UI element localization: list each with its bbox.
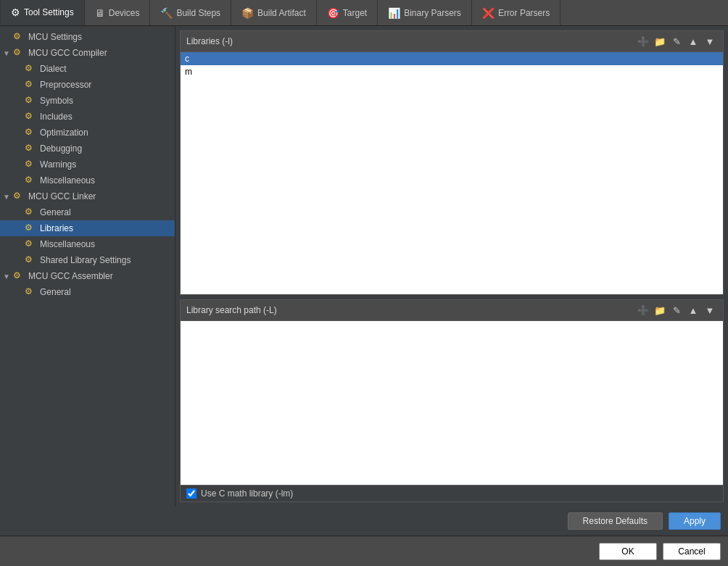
build-artifact-icon: 📦 (241, 7, 254, 19)
tab-error-parsers[interactable]: ❌ Error Parsers (472, 0, 561, 25)
content-area: Libraries (-l) ➕ 📁 ✎ ▲ ▼ c m Library sea… (175, 26, 728, 507)
target-icon: 🎯 (327, 7, 339, 19)
error-parsers-icon: ❌ (482, 7, 495, 19)
sidebar-item-symbols[interactable]: ⚙ Symbols (0, 93, 175, 109)
button-bar-ok-cancel: OK Cancel (0, 536, 728, 566)
sidebar-item-shared-library-settings[interactable]: ⚙ Shared Library Settings (0, 252, 175, 268)
libraries-move-up-button[interactable]: ▲ (686, 34, 700, 49)
main-content: ⚙ MCU Settings ▼ ⚙ MCU GCC Compiler ⚙ Di… (0, 26, 728, 507)
button-bar-restore-apply: Restore Defaults Apply (0, 507, 728, 536)
search-path-panel-header: Library search path (-L) ➕ 📁 ✎ ▲ ▼ (181, 300, 723, 321)
search-path-add-button[interactable]: ➕ (636, 303, 650, 317)
misc-linker-icon: ⚙ (25, 238, 38, 250)
list-item[interactable]: c (181, 52, 723, 65)
general-assembler-icon: ⚙ (25, 286, 38, 298)
optimization-icon: ⚙ (25, 127, 38, 138)
sidebar-item-mcu-gcc-compiler[interactable]: ▼ ⚙ MCU GCC Compiler (0, 45, 175, 61)
misc-compiler-icon: ⚙ (25, 175, 38, 186)
general-linker-icon: ⚙ (25, 207, 38, 218)
symbols-icon: ⚙ (25, 95, 38, 107)
sidebar-item-dialect[interactable]: ⚙ Dialect (0, 61, 175, 77)
sidebar: ⚙ MCU Settings ▼ ⚙ MCU GCC Compiler ⚙ Di… (0, 26, 175, 507)
libraries-add-folder-button[interactable]: 📁 (653, 34, 667, 49)
libraries-panel: Libraries (-l) ➕ 📁 ✎ ▲ ▼ c m (180, 30, 724, 295)
binary-parsers-icon: 📊 (388, 7, 400, 19)
list-item[interactable]: m (181, 65, 723, 78)
search-path-panel-title: Library search path (-L) (186, 305, 277, 315)
tab-tool-settings[interactable]: ⚙ Tool Settings (0, 0, 85, 25)
sidebar-item-general-assembler[interactable]: ⚙ General (0, 284, 175, 300)
toggle-icon: ▼ (3, 272, 13, 280)
assembler-icon: ⚙ (13, 270, 26, 282)
restore-defaults-button[interactable]: Restore Defaults (568, 512, 663, 530)
libraries-edit-button[interactable]: ✎ (669, 34, 684, 49)
libraries-move-down-button[interactable]: ▼ (703, 34, 717, 49)
libraries-list: c m (181, 52, 723, 294)
sidebar-item-mcu-gcc-assembler[interactable]: ▼ ⚙ MCU GCC Assembler (0, 268, 175, 284)
libraries-toolbar: ➕ 📁 ✎ ▲ ▼ (636, 34, 717, 49)
sidebar-item-miscellaneous-linker[interactable]: ⚙ Miscellaneous (0, 236, 175, 252)
warnings-icon: ⚙ (25, 159, 38, 170)
sidebar-item-includes[interactable]: ⚙ Includes (0, 109, 175, 125)
libraries-icon: ⚙ (25, 222, 38, 234)
compiler-icon: ⚙ (13, 47, 26, 59)
gear-icon: ⚙ (11, 7, 20, 18)
sidebar-item-mcu-gcc-linker[interactable]: ▼ ⚙ MCU GCC Linker (0, 188, 175, 204)
build-steps-icon: 🔨 (160, 7, 173, 19)
sidebar-item-mcu-settings[interactable]: ⚙ MCU Settings (0, 29, 175, 45)
search-path-panel: Library search path (-L) ➕ 📁 ✎ ▲ ▼ Use C… (180, 299, 724, 502)
devices-icon: 🖥 (95, 7, 105, 19)
search-path-toolbar: ➕ 📁 ✎ ▲ ▼ (636, 303, 717, 317)
tab-build-artifact[interactable]: 📦 Build Artifact (231, 0, 317, 25)
debugging-icon: ⚙ (25, 143, 38, 154)
settings-icon: ⚙ (13, 31, 26, 43)
tab-devices[interactable]: 🖥 Devices (85, 0, 151, 25)
checkbox-area: Use C math library (-lm) (181, 485, 723, 502)
ok-button[interactable]: OK (599, 543, 657, 560)
tab-bar: ⚙ Tool Settings 🖥 Devices 🔨 Build Steps … (0, 0, 728, 26)
linker-icon: ⚙ (13, 191, 26, 202)
search-path-add-folder-button[interactable]: 📁 (653, 303, 667, 317)
search-path-edit-button[interactable]: ✎ (669, 303, 684, 317)
apply-button[interactable]: Apply (669, 512, 721, 530)
sidebar-item-preprocessor[interactable]: ⚙ Preprocessor (0, 77, 175, 93)
includes-icon: ⚙ (25, 111, 38, 122)
sidebar-item-debugging[interactable]: ⚙ Debugging (0, 141, 175, 157)
tab-target[interactable]: 🎯 Target (317, 0, 378, 25)
sidebar-item-miscellaneous-compiler[interactable]: ⚙ Miscellaneous (0, 172, 175, 188)
search-path-move-up-button[interactable]: ▲ (686, 303, 700, 317)
tab-binary-parsers[interactable]: 📊 Binary Parsers (378, 0, 472, 25)
sidebar-item-warnings[interactable]: ⚙ Warnings (0, 157, 175, 172)
libraries-add-button[interactable]: ➕ (636, 34, 650, 49)
libraries-panel-header: Libraries (-l) ➕ 📁 ✎ ▲ ▼ (181, 31, 723, 52)
cancel-button[interactable]: Cancel (663, 543, 721, 560)
math-library-checkbox[interactable] (186, 488, 197, 499)
libraries-panel-title: Libraries (-l) (186, 36, 233, 46)
dialect-icon: ⚙ (25, 63, 38, 75)
tab-build-steps[interactable]: 🔨 Build Steps (150, 0, 231, 25)
search-path-list (181, 321, 723, 485)
preprocessor-icon: ⚙ (25, 79, 38, 91)
math-library-label: Use C math library (-lm) (201, 488, 293, 499)
sidebar-item-general-linker[interactable]: ⚙ General (0, 204, 175, 220)
search-path-move-down-button[interactable]: ▼ (703, 303, 717, 317)
toggle-icon: ▼ (3, 49, 13, 57)
toggle-icon: ▼ (3, 193, 13, 201)
shared-lib-icon: ⚙ (25, 254, 38, 266)
sidebar-item-optimization[interactable]: ⚙ Optimization (0, 125, 175, 141)
sidebar-item-libraries[interactable]: ⚙ Libraries (0, 220, 175, 236)
